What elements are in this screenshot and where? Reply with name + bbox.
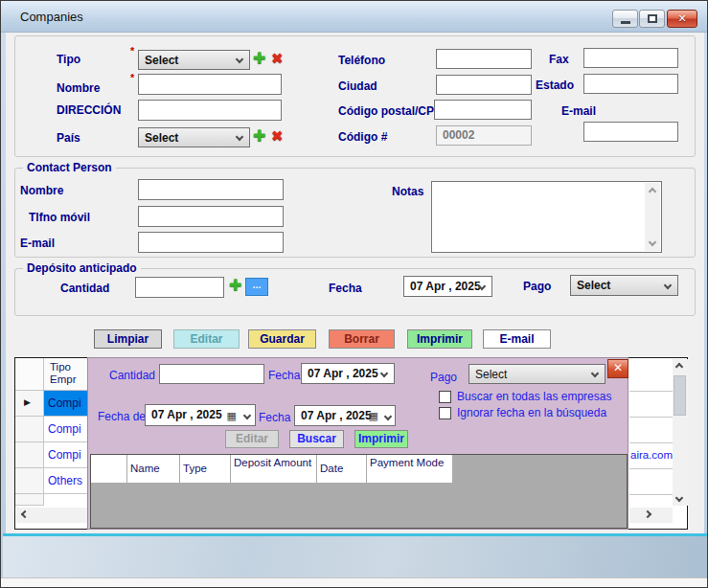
notas-label: Notas (392, 185, 423, 198)
fecha-date-select[interactable]: 07 Apr , 2025 (403, 276, 492, 297)
fecha-desde-datepicker[interactable]: 07 Apr , 2025 ▦ (145, 404, 256, 426)
popup-imprimir-button[interactable]: Imprimir (354, 430, 408, 448)
minimize-button[interactable] (612, 10, 638, 28)
borrar-button[interactable]: Borrar (329, 329, 395, 349)
telefono-input[interactable] (436, 49, 532, 69)
ciudad-input[interactable] (436, 75, 532, 95)
notas-textarea[interactable] (431, 181, 662, 253)
pais-select[interactable]: Select (138, 127, 250, 147)
grid-right-cells: aira.com (629, 358, 673, 506)
delete-tipo-icon[interactable]: ✖ (271, 52, 284, 66)
fax-input[interactable] (583, 48, 678, 68)
delete-pais-icon[interactable]: ✖ (271, 129, 284, 144)
grid-hscrollbar-right[interactable] (629, 508, 673, 523)
popup-grid-header-type[interactable]: Type (180, 455, 231, 484)
popup-pago-select[interactable]: Select (468, 364, 605, 384)
checkbox-ignorar-fecha[interactable] (439, 407, 451, 419)
row-selector[interactable] (15, 417, 44, 442)
contact-email-input[interactable] (138, 232, 284, 253)
scroll-right-icon[interactable] (644, 510, 651, 518)
email-company-label: E-mail (561, 104, 596, 118)
deposit-search-popup: ✕ Cantidad Fecha 07 Apr , 2025 Pago Sele… (87, 357, 628, 530)
checkbox-ignorar-fecha-label[interactable]: Ignorar fecha en la búsqueda (457, 406, 606, 419)
add-pais-icon[interactable]: ✚ (253, 128, 265, 144)
browse-button[interactable]: ... (245, 278, 268, 296)
contact-email-label: E-mail (20, 237, 55, 250)
grid-corner-cell (15, 358, 44, 391)
editar-button[interactable]: Editar (173, 329, 240, 349)
imprimir-button[interactable]: Imprimir (407, 329, 472, 349)
tipo-select[interactable]: Select (138, 50, 250, 70)
popup-fecha-select[interactable]: 07 Apr , 2025 (301, 363, 395, 384)
row-selector[interactable] (15, 494, 44, 506)
titlebar[interactable]: Companies ✕ (1, 1, 707, 33)
grid-cell-tipo[interactable]: Compi (44, 391, 88, 417)
notas-scrollbar[interactable] (645, 183, 660, 251)
calendar-icon: ▦ (227, 411, 237, 421)
estado-input[interactable] (583, 74, 678, 94)
popup-editar-button[interactable]: Editar (225, 430, 279, 448)
grid-cell-tipo[interactable]: Compi (44, 442, 88, 468)
row-selector[interactable]: ▶ (15, 391, 44, 417)
scroll-down-icon[interactable] (649, 238, 656, 246)
pago-select[interactable]: Select (570, 275, 678, 296)
desktop-strip (1, 577, 708, 588)
guardar-button[interactable]: Guardar (248, 329, 316, 349)
email-company-input[interactable] (583, 122, 678, 142)
vscroll-thumb[interactable] (674, 375, 686, 416)
codigo-postal-input[interactable] (434, 100, 532, 120)
add-cantidad-icon[interactable]: ✚ (229, 278, 241, 293)
popup-cantidad-label: Cantidad (109, 369, 155, 382)
tipo-required-marker: * (130, 45, 134, 57)
codigo-num-label: Código # (338, 130, 387, 144)
limpiar-button[interactable]: Limpiar (94, 329, 162, 349)
contact-nombre-input[interactable] (138, 179, 284, 200)
close-icon: ✕ (668, 12, 697, 25)
telefono-label: Teléfono (338, 54, 385, 67)
close-button[interactable]: ✕ (667, 10, 697, 28)
popup-close-button[interactable]: ✕ (607, 359, 628, 378)
tipo-label: Tipo (57, 53, 80, 66)
scroll-up-icon[interactable] (675, 363, 683, 371)
popup-grid-corner-cell (91, 455, 127, 484)
grid-cell-tipo[interactable]: Compi (44, 417, 88, 442)
popup-grid-header-deposit-amount[interactable]: Deposit Amount (231, 455, 317, 484)
popup-grid-header-payment-mode[interactable]: Payment Mode (367, 455, 453, 484)
popup-grid-header-date[interactable]: Date (317, 455, 367, 484)
grid-cell-tipo[interactable]: Others (44, 468, 88, 494)
fecha-hasta-datepicker[interactable]: 07 Apr , 2025 ▦ (294, 405, 396, 426)
maximize-button[interactable] (639, 10, 665, 28)
popup-grid-header-name[interactable]: Name (127, 455, 180, 484)
fecha-label: Fecha (329, 282, 362, 295)
grid-header-tipo[interactable]: Tipo Empr (44, 358, 88, 391)
row-selector[interactable] (15, 468, 44, 494)
scroll-down-icon[interactable] (675, 494, 683, 502)
grid-cell-email[interactable]: aira.com (630, 449, 673, 461)
window-frame-bottom (3, 536, 707, 577)
direccion-input[interactable] (138, 100, 282, 121)
popup-cantidad-input[interactable] (159, 364, 264, 384)
nombre-label: Nombre (57, 81, 100, 95)
grid-hscrollbar-left[interactable] (16, 508, 88, 523)
checkbox-buscar-todas[interactable] (439, 391, 451, 403)
window-title: Companies (20, 10, 83, 24)
nombre-input[interactable] (138, 74, 282, 95)
maximize-icon (648, 14, 657, 23)
nombre-required-marker: * (130, 72, 134, 83)
minimize-icon (621, 21, 630, 24)
row-selector[interactable] (15, 442, 44, 468)
checkbox-buscar-todas-label[interactable]: Buscar en todas las empresas (457, 390, 611, 403)
scroll-up-icon[interactable] (649, 188, 656, 195)
pais-label: País (57, 131, 80, 145)
add-tipo-icon[interactable]: ✚ (253, 51, 265, 66)
grid-vscrollbar[interactable] (673, 359, 688, 506)
popup-buscar-button[interactable]: Buscar (289, 430, 344, 448)
cantidad-input[interactable] (135, 277, 224, 298)
contact-tlfno-input[interactable] (138, 206, 284, 227)
current-row-arrow-icon: ▶ (24, 397, 31, 407)
popup-pago-label: Pago (430, 371, 457, 384)
scroll-left-icon[interactable] (21, 510, 29, 518)
deposit-results-grid[interactable]: Name Type Deposit Amount Date Payment Mo… (90, 454, 628, 529)
email-button[interactable]: E-mail (483, 329, 551, 349)
calendar-icon: ▦ (369, 411, 378, 421)
